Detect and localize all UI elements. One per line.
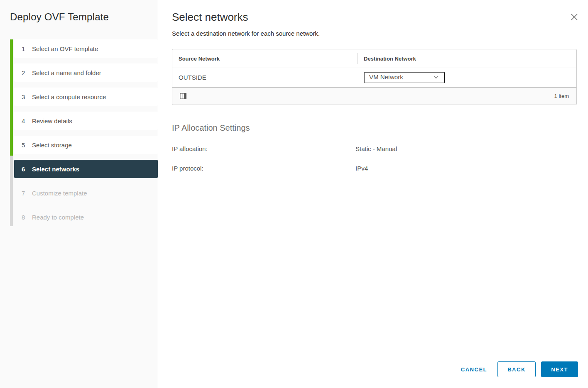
step-label: Select storage bbox=[32, 142, 158, 149]
progress-bar-completed bbox=[10, 39, 13, 156]
step-number: 5 bbox=[22, 142, 32, 149]
step-number: 8 bbox=[22, 214, 32, 221]
column-header-destination-network: Destination Network bbox=[358, 56, 576, 62]
close-icon[interactable] bbox=[567, 10, 581, 24]
step-select-networks[interactable]: 6 Select networks bbox=[14, 160, 158, 178]
source-network-value: OUTSIDE bbox=[172, 74, 358, 81]
step-label: Select networks bbox=[32, 166, 158, 173]
step-number: 7 bbox=[22, 190, 32, 197]
step-select-name-folder[interactable]: 2 Select a name and folder bbox=[14, 63, 158, 82]
wizard-step-list: 1 Select an OVF template 2 Select a name… bbox=[14, 39, 158, 226]
step-review-details[interactable]: 4 Review details bbox=[14, 112, 158, 130]
step-label: Select a name and folder bbox=[32, 69, 158, 76]
next-button[interactable]: NEXT bbox=[541, 361, 578, 377]
page-subtitle: Select a destination network for each so… bbox=[172, 30, 577, 37]
ip-protocol-label: IP protocol: bbox=[172, 165, 355, 172]
step-number: 1 bbox=[22, 45, 32, 52]
ip-allocation-label: IP allocation: bbox=[172, 145, 355, 152]
wizard-sidebar: Deploy OVF Template 1 Select an OVF temp… bbox=[0, 0, 158, 388]
step-ready-to-complete: 8 Ready to complete bbox=[14, 208, 158, 226]
step-select-storage[interactable]: 5 Select storage bbox=[14, 136, 158, 154]
page-title: Select networks bbox=[172, 11, 577, 24]
step-customize-template: 7 Customize template bbox=[14, 184, 158, 202]
step-label: Select an OVF template bbox=[32, 45, 158, 52]
columns-icon[interactable] bbox=[180, 93, 186, 99]
wizard-steps: 1 Select an OVF template 2 Select a name… bbox=[0, 39, 158, 226]
ip-allocation-row: IP allocation: Static - Manual bbox=[172, 145, 577, 152]
step-label: Ready to complete bbox=[32, 214, 158, 221]
wizard-title: Deploy OVF Template bbox=[0, 0, 158, 23]
ip-allocation-heading: IP Allocation Settings bbox=[172, 123, 577, 133]
cancel-button[interactable]: CANCEL bbox=[453, 361, 495, 377]
column-divider bbox=[358, 53, 358, 64]
chevron-down-icon bbox=[434, 76, 439, 79]
network-mapping-table: Source Network Destination Network OUTSI… bbox=[172, 49, 577, 105]
step-label: Customize template bbox=[32, 190, 158, 197]
deploy-ovf-dialog: Deploy OVF Template 1 Select an OVF temp… bbox=[0, 0, 588, 388]
step-label: Review details bbox=[32, 117, 158, 124]
ip-protocol-row: IP protocol: IPv4 bbox=[172, 165, 577, 172]
step-number: 3 bbox=[22, 93, 32, 100]
column-header-source-network: Source Network bbox=[172, 56, 358, 62]
destination-network-cell: VM Network bbox=[358, 72, 576, 83]
destination-network-select[interactable]: VM Network bbox=[364, 72, 445, 83]
ip-allocation-section: IP Allocation Settings IP allocation: St… bbox=[172, 123, 577, 172]
back-button[interactable]: BACK bbox=[497, 361, 536, 377]
step-number: 6 bbox=[22, 166, 32, 173]
table-item-count: 1 item bbox=[554, 93, 569, 99]
step-select-compute-resource[interactable]: 3 Select a compute resource bbox=[14, 88, 158, 106]
wizard-footer-actions: CANCEL BACK NEXT bbox=[453, 361, 578, 377]
table-footer: 1 item bbox=[172, 87, 576, 105]
step-number: 4 bbox=[22, 117, 32, 124]
step-number: 2 bbox=[22, 69, 32, 76]
ip-protocol-value: IPv4 bbox=[355, 165, 577, 172]
wizard-main-pane: Select networks Select a destination net… bbox=[158, 0, 588, 388]
ip-allocation-value: Static - Manual bbox=[355, 145, 577, 152]
destination-network-selected-value: VM Network bbox=[369, 73, 403, 81]
step-label: Select a compute resource bbox=[32, 93, 158, 100]
step-select-ovf-template[interactable]: 1 Select an OVF template bbox=[14, 39, 158, 58]
table-header-row: Source Network Destination Network bbox=[172, 49, 576, 68]
table-row: OUTSIDE VM Network bbox=[172, 68, 576, 87]
progress-bar-remaining bbox=[10, 156, 13, 226]
